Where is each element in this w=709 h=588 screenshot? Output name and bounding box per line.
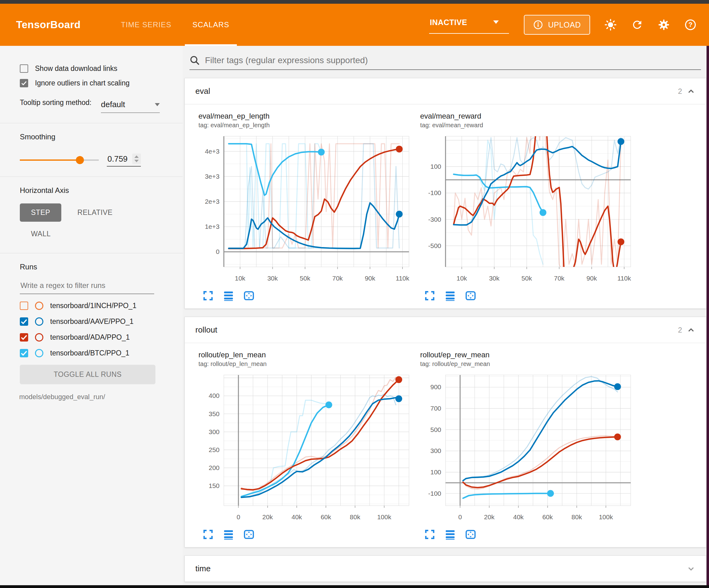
axis-wall-button[interactable]: WALL (28, 225, 53, 243)
refresh-icon[interactable] (631, 19, 644, 31)
tag-filter-input[interactable] (204, 55, 701, 66)
run-item[interactable]: tensorboard/BTC/PPO_1 (20, 349, 174, 357)
chart-canvas-eval_mean_reward[interactable]: 10k30k50k70k90k110k100-100-300-500 (420, 131, 637, 286)
smoothing-stepper[interactable] (132, 154, 141, 164)
svg-text:2e+3: 2e+3 (205, 198, 219, 205)
settings-gear-icon[interactable] (658, 19, 670, 31)
expand-chart-icon[interactable] (424, 529, 436, 540)
ignore-outliers-row[interactable]: Ignore outliers in chart scaling (20, 79, 174, 87)
svg-text:4e+3: 4e+3 (205, 148, 219, 155)
section-card-time: time (185, 556, 707, 582)
run-checkbox[interactable] (20, 349, 28, 357)
svg-text:100k: 100k (377, 513, 391, 520)
status-dropdown[interactable]: INACTIVE (429, 16, 509, 34)
expand-chart-icon[interactable] (202, 529, 214, 540)
section-header-eval[interactable]: eval 2 (185, 78, 706, 104)
chart-actions (424, 529, 637, 540)
tooltip-sorting-select[interactable]: default (101, 100, 160, 113)
chart-axis-labels: 10k30k50k70k90k110k100-100-300-500 (428, 163, 631, 282)
svg-text:20k: 20k (262, 513, 273, 520)
chart-actions (424, 290, 637, 302)
run-checkbox[interactable] (20, 302, 28, 310)
fit-domain-icon[interactable] (465, 529, 476, 540)
chart-title: rollout/ep_len_mean (199, 351, 416, 359)
svg-text:700: 700 (430, 405, 441, 412)
show-download-links-checkbox[interactable] (20, 65, 28, 73)
section-title: rollout (195, 325, 217, 335)
smoothing-value-input[interactable] (107, 154, 132, 164)
runs-filter-input[interactable] (20, 279, 154, 294)
run-item[interactable]: tensorboard/AAVE/PPO_1 (20, 317, 174, 326)
ignore-outliers-checkbox[interactable] (20, 79, 28, 87)
smoothing-slider[interactable] (20, 159, 99, 161)
run-item[interactable]: tensorboard/ADA/PPO_1 (20, 333, 174, 341)
expand-chart-icon[interactable] (424, 290, 436, 302)
brightness-icon[interactable] (604, 19, 617, 31)
axis-relative-button[interactable]: RELATIVE (75, 203, 115, 222)
series-line (241, 377, 396, 490)
chart-canvas-rollout_ep_rew_mean[interactable]: 020k40k60k80k100k-100100300500700900 (420, 370, 637, 525)
check-icon (20, 333, 28, 341)
run-item[interactable]: tensorboard/1INCH/PPO_1 (20, 302, 174, 310)
runs-selector-icon[interactable] (444, 290, 456, 302)
runs-selector-icon[interactable] (222, 290, 234, 302)
fit-domain-icon[interactable] (243, 529, 255, 540)
section-header-time[interactable]: time (185, 556, 706, 582)
svg-text:90k: 90k (586, 275, 597, 282)
run-checkbox[interactable] (20, 333, 28, 341)
tab-scalars[interactable]: SCALARS (182, 4, 240, 46)
svg-text:250: 250 (209, 446, 219, 453)
chart-canvas-eval_mean_ep_length[interactable]: 10k30k50k70k90k110k01e+32e+33e+34e+3 (198, 131, 416, 286)
chart-axis-labels: 020k40k60k80k100k150200250300350400 (209, 392, 391, 520)
chevron-up-icon[interactable] (686, 326, 696, 335)
run-label: tensorboard/1INCH/PPO_1 (50, 302, 136, 310)
svg-text:3e+3: 3e+3 (205, 173, 219, 180)
smoothing-label: Smoothing (20, 132, 174, 141)
series-end-dot (614, 383, 621, 390)
tab-time-series[interactable]: TIME SERIES (110, 4, 182, 46)
chart-grid (446, 375, 631, 506)
svg-text:0: 0 (216, 248, 219, 255)
runs-selector-icon[interactable] (444, 529, 456, 540)
chart-tag: tag: rollout/ep_rew_mean (420, 360, 637, 367)
svg-text:100: 100 (430, 163, 441, 170)
svg-text:150: 150 (209, 482, 219, 489)
smoothing-slider-thumb[interactable] (76, 156, 84, 164)
series-end-dot (618, 238, 625, 245)
chart-axis-labels: 020k40k60k80k100k-100100300500700900 (428, 383, 613, 520)
chart-card-rollout_ep_rew_mean: rollout/ep_rew_meantag: rollout/ep_rew_m… (420, 350, 637, 540)
runs-label: Runs (20, 262, 174, 271)
chart-series (229, 144, 403, 249)
series-line (463, 377, 618, 480)
tooltip-sorting-value: default (101, 100, 125, 109)
run-checkbox[interactable] (20, 317, 28, 326)
scrollbar-strip[interactable] (707, 46, 709, 588)
section-chart-count: 2 (678, 87, 682, 96)
series-end-dot (318, 149, 325, 155)
charts-grid: rollout/ep_len_meantag: rollout/ep_len_m… (185, 343, 706, 547)
axis-step-button[interactable]: STEP (20, 203, 61, 222)
series-end-dot (618, 138, 625, 145)
series-line (453, 142, 621, 225)
series-line (241, 398, 399, 497)
chevron-down-icon[interactable] (686, 564, 696, 573)
fit-domain-icon[interactable] (465, 290, 476, 302)
help-icon[interactable]: ? (684, 19, 697, 31)
expand-chart-icon[interactable] (202, 290, 214, 302)
chevron-up-icon[interactable] (686, 87, 696, 96)
upload-button[interactable]: UPLOAD (524, 15, 590, 35)
stepper-down-icon[interactable] (134, 160, 139, 162)
svg-text:-100: -100 (428, 189, 441, 196)
section-header-rollout[interactable]: rollout 2 (185, 317, 706, 343)
fit-domain-icon[interactable] (243, 290, 255, 302)
show-download-links-row[interactable]: Show data download links (20, 65, 174, 73)
chevron-down-icon (155, 103, 160, 106)
stepper-up-icon[interactable] (134, 155, 139, 158)
svg-text:80k: 80k (572, 513, 582, 520)
browser-bottom-strip (0, 585, 709, 588)
svg-text:0: 0 (458, 513, 462, 520)
toggle-all-runs-button[interactable]: TOGGLE ALL RUNS (20, 365, 155, 384)
svg-text:90k: 90k (365, 275, 375, 282)
runs-selector-icon[interactable] (222, 529, 234, 540)
chart-canvas-rollout_ep_len_mean[interactable]: 020k40k60k80k100k150200250300350400 (198, 370, 416, 525)
